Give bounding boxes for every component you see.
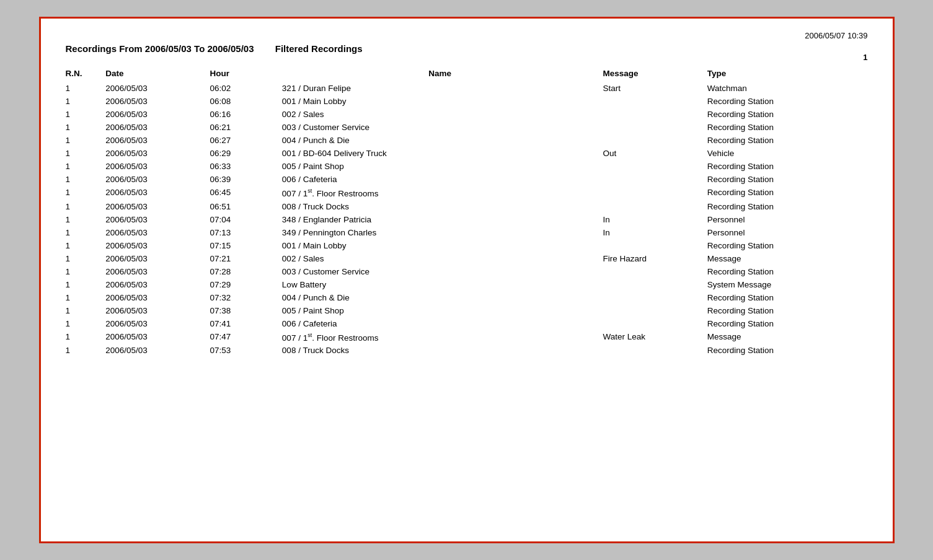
- col-header-rn: R.N.: [66, 66, 106, 82]
- cell-message: [603, 200, 707, 213]
- cell-date: 2006/05/03: [105, 95, 210, 108]
- cell-type: Recording Station: [707, 200, 868, 213]
- cell-type: Message: [707, 252, 868, 265]
- report-title: Recordings From 2006/05/03 To 2006/05/03…: [66, 43, 868, 54]
- table-row: 12006/05/0306:29001 / BD-604 Delivery Tr…: [66, 147, 868, 160]
- col-header-message: Message: [603, 66, 707, 82]
- cell-name: 349 / Pennington Charles: [282, 226, 603, 239]
- cell-message: [603, 160, 707, 173]
- cell-type: Personnel: [707, 213, 868, 226]
- table-row: 12006/05/0307:15001 / Main LobbyRecordin…: [66, 239, 868, 252]
- cell-type: Recording Station: [707, 108, 868, 121]
- cell-date: 2006/05/03: [105, 173, 210, 186]
- cell-message: [603, 134, 707, 147]
- table-row: 12006/05/0307:47007 / 1st. Floor Restroo…: [66, 330, 868, 344]
- cell-hour: 07:28: [210, 265, 281, 278]
- table-row: 12006/05/0306:08001 / Main LobbyRecordin…: [66, 95, 868, 108]
- col-header-type: Type: [707, 66, 868, 82]
- table-row: 12006/05/0307:38005 / Paint ShopRecordin…: [66, 304, 868, 317]
- cell-rn: 1: [66, 160, 106, 173]
- cell-hour: 06:29: [210, 147, 281, 160]
- cell-date: 2006/05/03: [105, 278, 210, 291]
- cell-name: 008 / Truck Docks: [282, 344, 603, 357]
- table-row: 12006/05/0307:21002 / SalesFire HazardMe…: [66, 252, 868, 265]
- cell-hour: 07:29: [210, 278, 281, 291]
- cell-rn: 1: [66, 278, 106, 291]
- cell-name: 001 / Main Lobby: [282, 95, 603, 108]
- cell-date: 2006/05/03: [105, 160, 210, 173]
- cell-hour: 06:39: [210, 173, 281, 186]
- cell-hour: 06:16: [210, 108, 281, 121]
- cell-message: [603, 121, 707, 134]
- cell-message: Fire Hazard: [603, 252, 707, 265]
- cell-date: 2006/05/03: [105, 330, 210, 344]
- cell-type: Recording Station: [707, 317, 868, 330]
- cell-date: 2006/05/03: [105, 108, 210, 121]
- cell-rn: 1: [66, 186, 106, 200]
- cell-hour: 06:45: [210, 186, 281, 200]
- cell-type: Recording Station: [707, 95, 868, 108]
- cell-date: 2006/05/03: [105, 186, 210, 200]
- cell-hour: 07:04: [210, 213, 281, 226]
- cell-hour: 07:13: [210, 226, 281, 239]
- cell-rn: 1: [66, 317, 106, 330]
- cell-rn: 1: [66, 134, 106, 147]
- cell-rn: 1: [66, 213, 106, 226]
- cell-date: 2006/05/03: [105, 291, 210, 304]
- cell-name: 007 / 1st. Floor Restrooms: [282, 330, 603, 344]
- table-row: 12006/05/0307:13349 / Pennington Charles…: [66, 226, 868, 239]
- cell-name: 004 / Punch & Die: [282, 291, 603, 304]
- cell-type: Personnel: [707, 226, 868, 239]
- cell-name: 005 / Paint Shop: [282, 160, 603, 173]
- cell-type: Recording Station: [707, 304, 868, 317]
- cell-rn: 1: [66, 173, 106, 186]
- cell-hour: 07:32: [210, 291, 281, 304]
- table-row: 12006/05/0306:51008 / Truck DocksRecordi…: [66, 200, 868, 213]
- cell-name: 321 / Duran Felipe: [282, 82, 603, 95]
- report-page: 2006/05/07 10:39 Recordings From 2006/05…: [39, 17, 895, 543]
- table-row: 12006/05/0307:29Low BatterySystem Messag…: [66, 278, 868, 291]
- table-row: 12006/05/0306:02321 / Duran FelipeStartW…: [66, 82, 868, 95]
- cell-message: [603, 291, 707, 304]
- table-row: 12006/05/0306:27004 / Punch & DieRecordi…: [66, 134, 868, 147]
- cell-hour: 06:27: [210, 134, 281, 147]
- cell-message: [603, 265, 707, 278]
- table-row: 12006/05/0307:32004 / Punch & DieRecordi…: [66, 291, 868, 304]
- col-header-hour: Hour: [210, 66, 281, 82]
- cell-name: 002 / Sales: [282, 252, 603, 265]
- cell-date: 2006/05/03: [105, 226, 210, 239]
- cell-type: Vehicle: [707, 147, 868, 160]
- cell-rn: 1: [66, 344, 106, 357]
- cell-message: Start: [603, 82, 707, 95]
- cell-message: [603, 344, 707, 357]
- table-row: 12006/05/0307:53008 / Truck DocksRecordi…: [66, 344, 868, 357]
- page-number: 1: [863, 53, 867, 62]
- cell-hour: 06:51: [210, 200, 281, 213]
- cell-name: 008 / Truck Docks: [282, 200, 603, 213]
- table-row: 12006/05/0306:16002 / SalesRecording Sta…: [66, 108, 868, 121]
- cell-rn: 1: [66, 108, 106, 121]
- cell-rn: 1: [66, 121, 106, 134]
- cell-rn: 1: [66, 82, 106, 95]
- cell-hour: 06:02: [210, 82, 281, 95]
- cell-rn: 1: [66, 239, 106, 252]
- table-row: 12006/05/0306:45007 / 1st. Floor Restroo…: [66, 186, 868, 200]
- cell-hour: 07:38: [210, 304, 281, 317]
- cell-type: Recording Station: [707, 265, 868, 278]
- cell-hour: 07:47: [210, 330, 281, 344]
- cell-name: 006 / Cafeteria: [282, 173, 603, 186]
- col-header-name: Name: [282, 66, 603, 82]
- cell-date: 2006/05/03: [105, 265, 210, 278]
- cell-name: 348 / Englander Patricia: [282, 213, 603, 226]
- cell-type: Watchman: [707, 82, 868, 95]
- cell-date: 2006/05/03: [105, 239, 210, 252]
- report-date-range: Recordings From 2006/05/03 To 2006/05/03: [66, 43, 254, 54]
- cell-name: 003 / Customer Service: [282, 121, 603, 134]
- cell-hour: 07:21: [210, 252, 281, 265]
- report-timestamp: 2006/05/07 10:39: [805, 31, 867, 40]
- cell-rn: 1: [66, 291, 106, 304]
- filter-label: Filtered Recordings: [275, 43, 363, 54]
- cell-name: 005 / Paint Shop: [282, 304, 603, 317]
- cell-date: 2006/05/03: [105, 134, 210, 147]
- recordings-table: R.N. Date Hour Name Message Type 12006/0…: [66, 66, 868, 357]
